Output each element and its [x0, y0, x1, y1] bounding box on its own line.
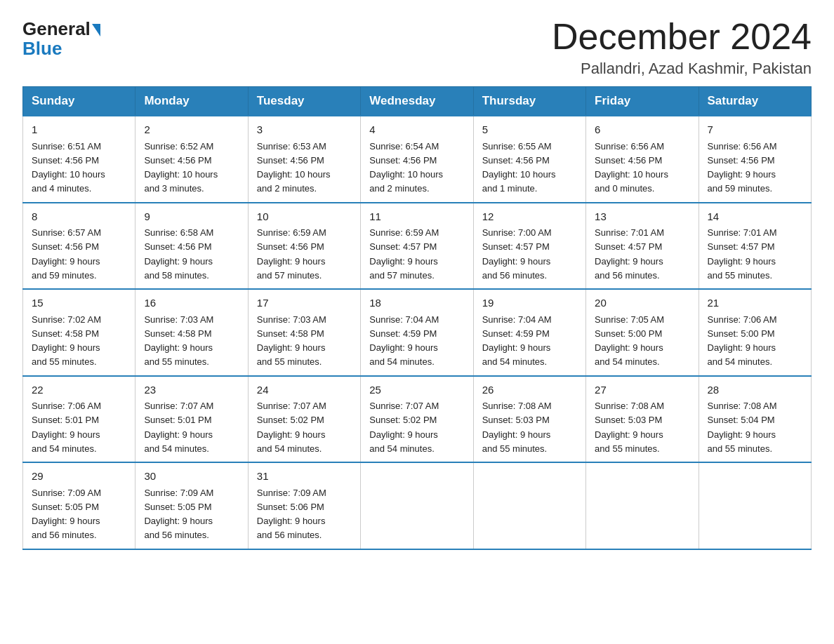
- day-number: 18: [369, 295, 464, 311]
- day-number: 19: [482, 295, 577, 311]
- day-number: 17: [257, 295, 352, 311]
- day-number: 20: [595, 295, 689, 311]
- day-of-week-header: Monday: [135, 87, 248, 116]
- calendar-day-cell: 31Sunrise: 7:09 AMSunset: 5:06 PMDayligh…: [248, 462, 360, 549]
- day-info: Sunrise: 6:54 AMSunset: 4:56 PMDaylight:…: [369, 141, 443, 194]
- calendar-week-row: 22Sunrise: 7:06 AMSunset: 5:01 PMDayligh…: [23, 376, 812, 463]
- title-block: December 2024 Pallandri, Azad Kashmir, P…: [552, 17, 812, 78]
- logo-blue-text: Blue: [22, 38, 62, 60]
- calendar-table: SundayMondayTuesdayWednesdayThursdayFrid…: [22, 86, 812, 550]
- day-number: 14: [708, 209, 802, 225]
- day-of-week-header: Saturday: [699, 87, 811, 116]
- day-info: Sunrise: 7:01 AMSunset: 4:57 PMDaylight:…: [708, 227, 777, 281]
- day-number: 26: [482, 382, 577, 398]
- calendar-day-cell: [361, 462, 473, 549]
- calendar-day-cell: 2Sunrise: 6:52 AMSunset: 4:56 PMDaylight…: [135, 116, 248, 203]
- calendar-day-cell: 24Sunrise: 7:07 AMSunset: 5:02 PMDayligh…: [248, 376, 360, 463]
- logo: General Blue: [22, 20, 102, 60]
- calendar-day-cell: 4Sunrise: 6:54 AMSunset: 4:56 PMDaylight…: [361, 116, 473, 203]
- calendar-subtitle: Pallandri, Azad Kashmir, Pakistan: [552, 60, 812, 78]
- calendar-day-cell: 15Sunrise: 7:02 AMSunset: 4:58 PMDayligh…: [23, 289, 135, 376]
- day-number: 7: [708, 122, 802, 138]
- day-info: Sunrise: 7:08 AMSunset: 5:03 PMDaylight:…: [482, 401, 552, 454]
- calendar-day-cell: 18Sunrise: 7:04 AMSunset: 4:59 PMDayligh…: [361, 289, 473, 376]
- day-info: Sunrise: 7:07 AMSunset: 5:01 PMDaylight:…: [144, 401, 213, 454]
- calendar-day-cell: 1Sunrise: 6:51 AMSunset: 4:56 PMDaylight…: [23, 116, 135, 203]
- day-info: Sunrise: 6:56 AMSunset: 4:56 PMDaylight:…: [595, 141, 668, 194]
- day-info: Sunrise: 7:06 AMSunset: 5:01 PMDaylight:…: [32, 401, 101, 454]
- calendar-day-cell: 3Sunrise: 6:53 AMSunset: 4:56 PMDaylight…: [248, 116, 360, 203]
- page-header: General Blue December 2024 Pallandri, Az…: [22, 17, 812, 78]
- calendar-day-cell: 30Sunrise: 7:09 AMSunset: 5:05 PMDayligh…: [135, 462, 248, 549]
- calendar-day-cell: 25Sunrise: 7:07 AMSunset: 5:02 PMDayligh…: [361, 376, 473, 463]
- day-info: Sunrise: 6:56 AMSunset: 4:56 PMDaylight:…: [708, 141, 777, 194]
- calendar-day-cell: 9Sunrise: 6:58 AMSunset: 4:56 PMDaylight…: [135, 203, 248, 290]
- day-info: Sunrise: 7:04 AMSunset: 4:59 PMDaylight:…: [369, 314, 439, 368]
- day-number: 1: [32, 122, 126, 138]
- calendar-day-cell: 7Sunrise: 6:56 AMSunset: 4:56 PMDaylight…: [699, 116, 811, 203]
- day-of-week-header: Friday: [586, 87, 699, 116]
- calendar-day-cell: 27Sunrise: 7:08 AMSunset: 5:03 PMDayligh…: [586, 376, 699, 463]
- calendar-day-cell: 21Sunrise: 7:06 AMSunset: 5:00 PMDayligh…: [699, 289, 811, 376]
- calendar-day-cell: 8Sunrise: 6:57 AMSunset: 4:56 PMDaylight…: [23, 203, 135, 290]
- day-info: Sunrise: 7:08 AMSunset: 5:04 PMDaylight:…: [708, 401, 777, 454]
- day-number: 4: [369, 122, 464, 138]
- calendar-day-cell: 22Sunrise: 7:06 AMSunset: 5:01 PMDayligh…: [23, 376, 135, 463]
- day-number: 24: [257, 382, 352, 398]
- day-info: Sunrise: 7:03 AMSunset: 4:58 PMDaylight:…: [257, 314, 326, 368]
- calendar-day-cell: 13Sunrise: 7:01 AMSunset: 4:57 PMDayligh…: [586, 203, 699, 290]
- day-of-week-header: Tuesday: [248, 87, 360, 116]
- day-number: 11: [369, 209, 464, 225]
- calendar-day-cell: 23Sunrise: 7:07 AMSunset: 5:01 PMDayligh…: [135, 376, 248, 463]
- calendar-day-cell: 19Sunrise: 7:04 AMSunset: 4:59 PMDayligh…: [473, 289, 585, 376]
- day-info: Sunrise: 7:05 AMSunset: 5:00 PMDaylight:…: [595, 314, 664, 368]
- day-number: 3: [257, 122, 352, 138]
- day-number: 13: [595, 209, 689, 225]
- day-number: 28: [708, 382, 802, 398]
- calendar-week-row: 1Sunrise: 6:51 AMSunset: 4:56 PMDaylight…: [23, 116, 812, 203]
- day-of-week-header: Wednesday: [361, 87, 473, 116]
- day-number: 25: [369, 382, 464, 398]
- day-of-week-header: Sunday: [23, 87, 135, 116]
- day-info: Sunrise: 6:55 AMSunset: 4:56 PMDaylight:…: [482, 141, 556, 194]
- calendar-day-cell: 14Sunrise: 7:01 AMSunset: 4:57 PMDayligh…: [699, 203, 811, 290]
- day-info: Sunrise: 7:01 AMSunset: 4:57 PMDaylight:…: [595, 227, 664, 281]
- day-number: 31: [257, 469, 352, 485]
- calendar-day-cell: 28Sunrise: 7:08 AMSunset: 5:04 PMDayligh…: [699, 376, 811, 463]
- day-number: 27: [595, 382, 689, 398]
- day-info: Sunrise: 7:09 AMSunset: 5:05 PMDaylight:…: [144, 488, 213, 541]
- calendar-day-cell: 10Sunrise: 6:59 AMSunset: 4:56 PMDayligh…: [248, 203, 360, 290]
- day-info: Sunrise: 7:06 AMSunset: 5:00 PMDaylight:…: [708, 314, 777, 368]
- day-info: Sunrise: 7:07 AMSunset: 5:02 PMDaylight:…: [257, 401, 326, 454]
- calendar-day-cell: 26Sunrise: 7:08 AMSunset: 5:03 PMDayligh…: [473, 376, 585, 463]
- calendar-day-cell: 5Sunrise: 6:55 AMSunset: 4:56 PMDaylight…: [473, 116, 585, 203]
- day-number: 16: [144, 295, 239, 311]
- day-number: 29: [32, 469, 126, 485]
- day-info: Sunrise: 7:02 AMSunset: 4:58 PMDaylight:…: [32, 314, 101, 368]
- day-info: Sunrise: 6:58 AMSunset: 4:56 PMDaylight:…: [144, 227, 213, 281]
- day-info: Sunrise: 7:00 AMSunset: 4:57 PMDaylight:…: [482, 227, 552, 281]
- day-number: 10: [257, 209, 352, 225]
- day-info: Sunrise: 6:52 AMSunset: 4:56 PMDaylight:…: [144, 141, 218, 194]
- calendar-day-cell: 12Sunrise: 7:00 AMSunset: 4:57 PMDayligh…: [473, 203, 585, 290]
- calendar-day-cell: 16Sunrise: 7:03 AMSunset: 4:58 PMDayligh…: [135, 289, 248, 376]
- logo-arrow-icon: [92, 24, 100, 36]
- day-of-week-header: Thursday: [473, 87, 585, 116]
- day-number: 2: [144, 122, 239, 138]
- day-number: 15: [32, 295, 126, 311]
- calendar-day-cell: 17Sunrise: 7:03 AMSunset: 4:58 PMDayligh…: [248, 289, 360, 376]
- calendar-day-cell: 29Sunrise: 7:09 AMSunset: 5:05 PMDayligh…: [23, 462, 135, 549]
- day-info: Sunrise: 6:57 AMSunset: 4:56 PMDaylight:…: [32, 227, 101, 281]
- day-number: 22: [32, 382, 126, 398]
- day-number: 5: [482, 122, 577, 138]
- day-number: 21: [708, 295, 802, 311]
- day-number: 8: [32, 209, 126, 225]
- day-info: Sunrise: 7:09 AMSunset: 5:06 PMDaylight:…: [257, 488, 326, 541]
- day-info: Sunrise: 7:08 AMSunset: 5:03 PMDaylight:…: [595, 401, 664, 454]
- day-number: 6: [595, 122, 689, 138]
- day-info: Sunrise: 7:07 AMSunset: 5:02 PMDaylight:…: [369, 401, 439, 454]
- calendar-day-cell: [473, 462, 585, 549]
- calendar-day-cell: 20Sunrise: 7:05 AMSunset: 5:00 PMDayligh…: [586, 289, 699, 376]
- day-info: Sunrise: 7:09 AMSunset: 5:05 PMDaylight:…: [32, 488, 101, 541]
- calendar-day-cell: 11Sunrise: 6:59 AMSunset: 4:57 PMDayligh…: [361, 203, 473, 290]
